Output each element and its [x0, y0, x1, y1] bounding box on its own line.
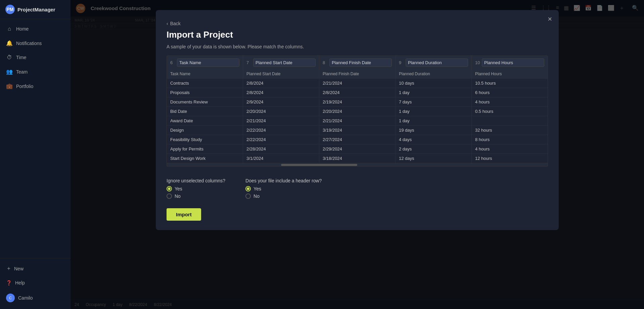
header-yes-radio[interactable]: [245, 186, 251, 191]
close-button[interactable]: ×: [548, 15, 552, 23]
cell-task: Documents Review: [167, 97, 243, 106]
cell-hours: 4 hours: [472, 144, 548, 153]
cell-start: 3/1/2024: [243, 154, 319, 163]
sidebar-item-label: Team: [16, 69, 28, 75]
user-item[interactable]: C Camilo: [0, 290, 71, 306]
cell-start: 2/28/2024: [243, 144, 319, 153]
sidebar-item-notifications[interactable]: 🔔 Notifications: [0, 36, 71, 50]
ignore-yes-option[interactable]: Yes: [167, 186, 225, 191]
col-select-9[interactable]: Planned Duration: [406, 58, 468, 67]
cell-finish: 2/29/2024: [319, 144, 396, 153]
table-row: Start Design Work 3/1/2024 3/18/2024 12 …: [167, 154, 548, 163]
table-row: Award Date 2/21/2024 2/21/2024 1 day: [167, 116, 548, 126]
col-num-7: 7: [246, 60, 252, 65]
header-no-option[interactable]: No: [245, 193, 322, 199]
table-row: Documents Review 2/9/2024 2/19/2024 7 da…: [167, 97, 548, 107]
table-header-row: Task Name Planned Start Date Planned Fin…: [167, 70, 548, 79]
main-content: CW Creekwood Construction ☰ ⋮⋮ ≡ ▦ 📈 📅 📄…: [71, 0, 644, 309]
col-header-6: 6 Task Name: [167, 56, 243, 70]
col-num-6: 6: [170, 60, 176, 65]
col-select-7[interactable]: Planned Start Date: [253, 58, 316, 67]
help-item[interactable]: ❓ Help: [0, 276, 71, 290]
table-row: Proposals 2/8/2024 2/8/2024 1 day 6 hour…: [167, 88, 548, 97]
col-header-8: 8 Planned Finish Date: [319, 56, 396, 70]
table-row: Apply for Permits 2/28/2024 2/29/2024 2 …: [167, 144, 548, 154]
import-modal: × ‹ Back Import a Project A sample of yo…: [156, 10, 559, 230]
user-label: Camilo: [18, 295, 33, 301]
cell-start: 2/8/2024: [243, 88, 319, 97]
header-no-radio[interactable]: [245, 193, 251, 199]
th-duration: Planned Duration: [396, 70, 472, 78]
cell-hours: 4 hours: [472, 97, 548, 106]
header-row-label: Does your file include a header row?: [245, 178, 322, 183]
modal-subtitle: A sample of your data is shown below. Pl…: [167, 44, 548, 49]
clock-icon: ⏱: [6, 54, 13, 60]
cell-finish: 3/19/2024: [319, 126, 396, 135]
header-yes-option[interactable]: Yes: [245, 186, 322, 191]
import-button[interactable]: Import: [167, 208, 201, 221]
cell-duration: 7 days: [396, 97, 472, 106]
new-label: New: [14, 266, 24, 271]
cell-start: 2/21/2024: [243, 116, 319, 125]
ignore-yes-label: Yes: [175, 186, 182, 191]
data-preview-table: Task Name Planned Start Date Planned Fin…: [167, 70, 548, 163]
ignore-no-option[interactable]: No: [167, 193, 225, 199]
col-num-10: 10: [475, 60, 480, 65]
sidebar-item-label: Home: [16, 26, 29, 32]
cell-hours: [472, 116, 548, 125]
cell-duration: 2 days: [396, 144, 472, 153]
cell-hours: 12 hours: [472, 154, 548, 163]
ignore-no-radio[interactable]: [167, 193, 172, 199]
th-start-date: Planned Start Date: [243, 70, 319, 78]
cell-task: Award Date: [167, 116, 243, 125]
sidebar-nav: ⌂ Home 🔔 Notifications ⏱ Time 👥 Team 💼 P…: [0, 19, 71, 258]
cell-finish: 2/21/2024: [319, 79, 396, 88]
horizontal-scrollbar[interactable]: [167, 163, 548, 167]
table-row: Bid Date 2/20/2024 2/20/2024 1 day 0.5 h…: [167, 107, 548, 116]
cell-duration: 12 days: [396, 154, 472, 163]
ignore-radio-group: Yes No: [167, 186, 225, 199]
ignore-yes-radio[interactable]: [167, 186, 172, 191]
sidebar-item-portfolio[interactable]: 💼 Portfolio: [0, 79, 71, 93]
cell-finish: 3/18/2024: [319, 154, 396, 163]
cell-duration: 1 day: [396, 116, 472, 125]
cell-hours: 32 hours: [472, 126, 548, 135]
th-hours: Planned Hours: [472, 70, 548, 78]
col-header-7: 7 Planned Start Date: [243, 56, 319, 70]
th-task-name: Task Name: [167, 70, 243, 78]
cell-task: Contracts: [167, 79, 243, 88]
new-button[interactable]: ＋ New: [0, 261, 71, 276]
header-radio-group: Yes No: [245, 186, 322, 199]
col-num-9: 9: [399, 60, 404, 65]
header-no-label: No: [254, 193, 260, 199]
cell-start: 2/20/2024: [243, 107, 319, 116]
modal-title: Import a Project: [167, 30, 548, 40]
table-row: Design 2/22/2024 3/19/2024 19 days 32 ho…: [167, 126, 548, 135]
portfolio-icon: 💼: [6, 83, 13, 89]
cell-duration: 10 days: [396, 79, 472, 88]
help-label: Help: [15, 280, 25, 285]
sidebar-item-label: Notifications: [16, 41, 42, 46]
cell-finish: 2/8/2024: [319, 88, 396, 97]
team-icon: 👥: [6, 69, 13, 75]
cell-task: Apply for Permits: [167, 144, 243, 153]
col-select-10[interactable]: Planned Hours: [482, 58, 544, 67]
sidebar-item-time[interactable]: ⏱ Time: [0, 50, 71, 64]
cell-hours: 6 hours: [472, 88, 548, 97]
cell-finish: 2/27/2024: [319, 135, 396, 144]
col-select-6[interactable]: Task Name: [177, 58, 239, 67]
col-select-8[interactable]: Planned Finish Date: [329, 58, 392, 67]
th-finish-date: Planned Finish Date: [319, 70, 396, 78]
cell-hours: 10.5 hours: [472, 79, 548, 88]
back-button[interactable]: ‹ Back: [167, 21, 548, 26]
sidebar-item-label: Time: [16, 55, 27, 60]
scrollbar-thumb[interactable]: [281, 164, 357, 166]
app-title: ProjectManager: [17, 7, 55, 12]
ignore-columns-section: Ignore unselected columns? Yes No: [167, 178, 225, 200]
column-mapping-header: 6 Task Name 7 Planned Start Date 8 Plann…: [167, 55, 548, 70]
sidebar-item-home[interactable]: ⌂ Home: [0, 22, 71, 36]
sidebar-item-team[interactable]: 👥 Team: [0, 64, 71, 79]
cell-duration: 4 days: [396, 135, 472, 144]
cell-duration: 19 days: [396, 126, 472, 135]
table-row: Contracts 2/8/2024 2/21/2024 10 days 10.…: [167, 79, 548, 88]
